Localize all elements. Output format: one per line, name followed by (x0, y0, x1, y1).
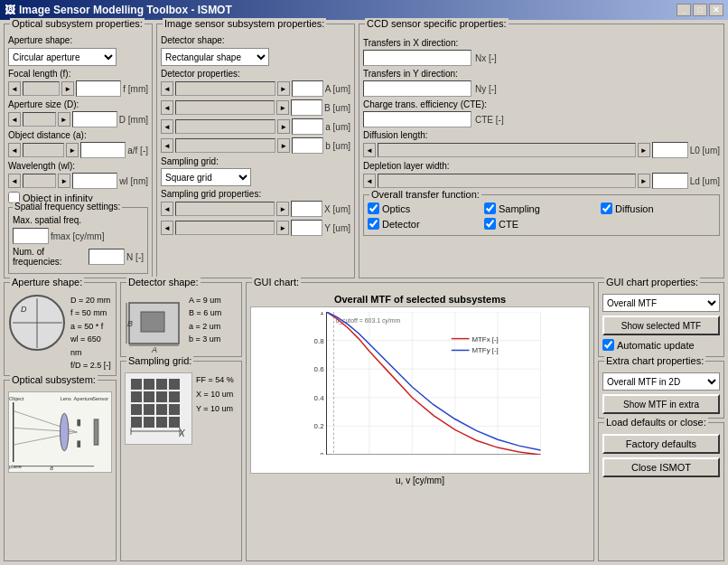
overall-tf-title: Overall transfer function: (369, 189, 481, 200)
X-slider[interactable] (175, 202, 275, 216)
maximize-button[interactable]: □ (693, 4, 707, 16)
b-slider[interactable] (175, 138, 275, 153)
X-left-arrow[interactable]: ◄ (161, 202, 173, 216)
A-input[interactable]: 9 (292, 80, 323, 97)
svg-text:1: 1 (320, 312, 323, 316)
B-slider[interactable] (175, 100, 275, 115)
optics-checkbox[interactable] (368, 202, 379, 214)
svg-text:Aperture: Aperture (74, 397, 94, 402)
Y-right-arrow[interactable]: ► (276, 221, 289, 235)
ld-right-arrow[interactable]: ► (638, 174, 650, 188)
b-left-arrow[interactable]: ◄ (161, 138, 173, 153)
A-slider[interactable] (175, 81, 275, 96)
show-mtf-extra-button[interactable]: Show MTF in extra (602, 394, 720, 414)
gui-chart-select[interactable]: Overall MTF (602, 294, 720, 312)
max-spatial-input[interactable]: 50 (13, 228, 49, 244)
svg-text:Sensor: Sensor (92, 397, 108, 402)
A-left-arrow[interactable]: ◄ (161, 81, 173, 96)
diffusion-tf-checkbox[interactable] (601, 202, 612, 214)
focal-length-slider[interactable] (23, 81, 60, 96)
overall-tf-panel: Overall transfer function: Optics Sampli… (363, 194, 720, 236)
obj-dist-left-arrow[interactable]: ◄ (8, 143, 21, 157)
a-slider[interactable] (175, 119, 275, 134)
ld-input[interactable]: 10 (652, 173, 688, 189)
X-input[interactable]: 10 (291, 201, 322, 217)
svg-rect-36 (169, 404, 180, 415)
load-defaults-title: Load defaults or close: (604, 417, 708, 428)
sampling-grid-select[interactable]: Square grid (161, 168, 251, 186)
aperture-wl-label: wl = 650 nm (70, 333, 112, 359)
show-selected-mtf-button[interactable]: Show selected MTF (602, 315, 720, 335)
chart-subtitle: Overall MTF of selected subsystems (250, 294, 590, 305)
sampling-tf-checkbox[interactable] (484, 202, 496, 214)
max-spatial-unit: fmax [cy/mm] (51, 231, 104, 241)
close-ismot-button[interactable]: Close ISMOT (602, 457, 720, 477)
ld-slider[interactable] (378, 174, 636, 188)
cte-unit: CTE [-] (475, 115, 504, 125)
detector-shape-select[interactable]: Rectangular shape (161, 48, 269, 66)
aperture-size-input[interactable]: 20 (72, 111, 117, 127)
B-right-arrow[interactable]: ► (276, 100, 289, 115)
window-title: Image Sensor Modelling Toolbox - ISMOT (19, 4, 232, 16)
l0-unit: L0 [um] (690, 146, 720, 155)
wl-left-arrow[interactable]: ◄ (8, 174, 21, 188)
svg-rect-31 (156, 391, 167, 402)
a-right-arrow[interactable]: ► (277, 119, 290, 134)
aperture-f-label: f = 50 mm (70, 306, 112, 319)
svg-text:0.8: 0.8 (314, 337, 325, 345)
aperture-size-slider[interactable] (23, 112, 56, 127)
cte-input[interactable]: 0.9999 (363, 111, 471, 127)
focal-length-left-arrow[interactable]: ◄ (8, 81, 21, 96)
aperture-size-label: Aperture size (D): (8, 99, 148, 109)
aperture-a-label: a = 50 * f (70, 320, 112, 333)
detector-shape-label: Detector shape: (161, 35, 225, 45)
num-freq-input[interactable]: 100 (89, 249, 125, 265)
obj-dist-right-arrow[interactable]: ► (66, 143, 79, 157)
detector-viz-title: Detector shape: (126, 277, 201, 287)
object-distance-input[interactable]: 50 (80, 142, 126, 158)
Y-left-arrow[interactable]: ◄ (161, 221, 173, 235)
auto-update-checkbox[interactable] (602, 339, 614, 351)
extra-chart-select[interactable]: Overall MTF in 2D (602, 372, 720, 391)
image-sensor-panel-title: Image sensor subsystem properties: (163, 18, 326, 29)
aperture-size-right-arrow[interactable]: ► (58, 112, 70, 127)
aperture-shape-label: Aperture shape: (8, 35, 72, 45)
aperture-size-left-arrow[interactable]: ◄ (8, 112, 21, 127)
cte-tf-checkbox[interactable] (484, 218, 496, 230)
chart-panel: GUI chart: Overall MTF of selected subsy… (246, 282, 594, 561)
l0-slider[interactable] (378, 143, 636, 157)
focal-length-right-arrow[interactable]: ► (61, 81, 74, 96)
A-right-arrow[interactable]: ► (277, 81, 290, 96)
ny-input[interactable]: 512 (363, 80, 471, 97)
b-input[interactable]: 3 (292, 137, 323, 154)
wavelength-input[interactable]: 650 (72, 173, 117, 189)
a-left-arrow[interactable]: ◄ (161, 119, 173, 134)
B-input[interactable]: 6 (291, 99, 322, 116)
svg-text:Lens: Lens (61, 397, 71, 402)
Y-input[interactable]: 10 (291, 220, 322, 236)
focal-length-input[interactable]: 50 (76, 80, 121, 97)
ff-label: FF = 54 % (196, 372, 234, 387)
X-right-arrow[interactable]: ► (276, 202, 289, 216)
diffusion-tf-label: Diffusion (615, 203, 654, 214)
nx-input[interactable]: 512 (363, 50, 471, 66)
l0-input[interactable]: 100 (652, 142, 688, 158)
aperture-shape-select[interactable]: Circular aperture (8, 48, 117, 66)
ld-left-arrow[interactable]: ◄ (363, 174, 376, 188)
Y-slider[interactable] (175, 221, 275, 235)
b-right-arrow[interactable]: ► (277, 138, 290, 153)
wl-right-arrow[interactable]: ► (58, 174, 70, 188)
object-distance-label: Object distance (a): (8, 130, 148, 140)
detector-tf-checkbox[interactable] (368, 218, 379, 230)
svg-text:D: D (21, 305, 27, 314)
close-button[interactable]: ✕ (709, 4, 723, 16)
a-input[interactable]: 2 (292, 118, 323, 135)
minimize-button[interactable]: _ (677, 4, 691, 16)
l0-left-arrow[interactable]: ◄ (363, 143, 376, 157)
factory-defaults-button[interactable]: Factory defaults (602, 434, 720, 454)
l0-right-arrow[interactable]: ► (638, 143, 650, 157)
B-left-arrow[interactable]: ◄ (161, 100, 173, 115)
optics-label: Optics (382, 203, 410, 214)
obj-dist-slider[interactable] (23, 143, 64, 157)
wl-slider[interactable] (23, 174, 56, 188)
